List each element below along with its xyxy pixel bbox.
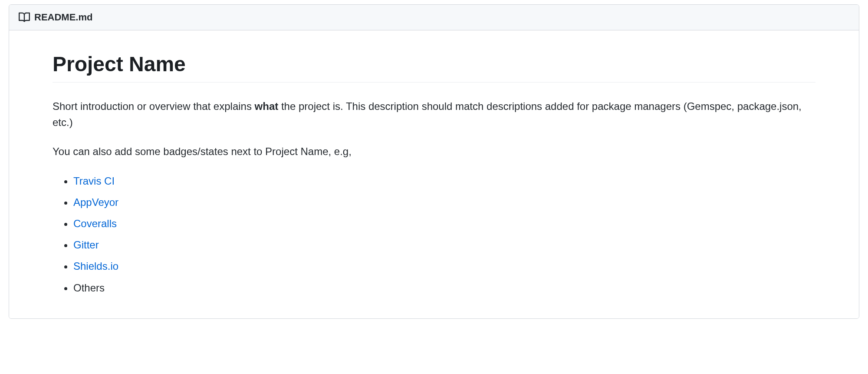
readme-container: README.md Project Name Short introductio… — [9, 4, 859, 319]
readme-title: Project Name — [53, 52, 815, 83]
badge-link-coveralls[interactable]: Coveralls — [73, 218, 117, 229]
badge-link-appveyor[interactable]: AppVeyor — [73, 196, 118, 208]
list-item: Others — [73, 280, 815, 296]
list-item: Travis CI — [73, 173, 815, 189]
badge-link-gitter[interactable]: Gitter — [73, 239, 99, 251]
intro-paragraph: Short introduction or overview that expl… — [53, 98, 815, 130]
badge-text-others: Others — [73, 282, 105, 294]
list-item: Gitter — [73, 237, 815, 253]
readme-body: Project Name Short introduction or overv… — [9, 30, 859, 318]
file-header: README.md — [9, 5, 859, 30]
badge-link-shields[interactable]: Shields.io — [73, 260, 118, 272]
filename: README.md — [34, 12, 92, 23]
badges-list: Travis CI AppVeyor Coveralls Gitter Shie… — [53, 173, 815, 296]
list-item: AppVeyor — [73, 194, 815, 210]
intro-bold: what — [255, 100, 279, 112]
badges-intro: You can also add some badges/states next… — [53, 143, 815, 159]
intro-text-1: Short introduction or overview that expl… — [53, 100, 255, 112]
badge-link-travis[interactable]: Travis CI — [73, 175, 115, 187]
list-item: Shields.io — [73, 258, 815, 274]
list-item: Coveralls — [73, 215, 815, 232]
book-icon — [19, 13, 30, 22]
